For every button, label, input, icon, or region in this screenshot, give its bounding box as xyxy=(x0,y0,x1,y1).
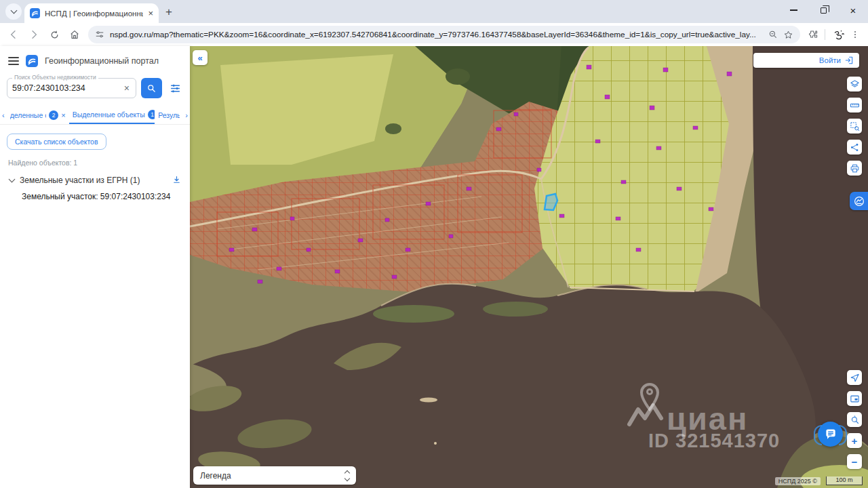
legend-dropdown[interactable]: Легенда xyxy=(193,466,356,485)
share-icon xyxy=(850,142,860,152)
search-filter-button[interactable] xyxy=(167,80,183,96)
home-button[interactable] xyxy=(65,25,84,44)
download-list-button[interactable]: Скачать список объектов xyxy=(7,134,106,150)
sidebar-panel: Геоинформационный портал Поиск Объекты н… xyxy=(0,46,190,488)
print-icon xyxy=(850,163,860,174)
zoom-page-icon[interactable] xyxy=(768,30,778,39)
scale-bar: 100 m xyxy=(826,476,863,485)
tab-label: деленные слои xyxy=(10,111,47,119)
login-button[interactable]: Войти xyxy=(753,53,859,68)
search-refresh-icon xyxy=(850,415,860,425)
tab-results[interactable]: Результ xyxy=(155,106,183,124)
tabs-scroll-right[interactable]: › xyxy=(183,111,190,119)
locate-me-button[interactable] xyxy=(847,370,862,385)
zoom-extent-button[interactable] xyxy=(847,412,862,427)
reload-button[interactable] xyxy=(45,25,64,44)
scale-band: НСПД 2025 © 100 m xyxy=(775,476,863,485)
address-bar[interactable]: nspd.gov.ru/map?thematic=PKK&zoom=16&coo… xyxy=(88,26,800,43)
select-area-tool-button[interactable] xyxy=(847,119,862,134)
measure-tool-button[interactable] xyxy=(847,98,862,113)
zoom-out-button[interactable]: − xyxy=(847,454,862,469)
restore-button[interactable] xyxy=(808,0,838,20)
found-count-text: Найдено объектов: 1 xyxy=(8,159,182,167)
layer-group-row[interactable]: Земельные участки из ЕГРН (1) xyxy=(9,175,182,185)
map-attribution: НСПД 2025 © xyxy=(775,477,821,485)
back-button[interactable] xyxy=(4,25,23,44)
navigation-arrow-icon xyxy=(850,373,860,383)
selected-parcel[interactable] xyxy=(545,194,557,210)
parcel-list-item[interactable]: Земельный участок: 59:07:2430103:234 xyxy=(22,192,182,201)
filter-sliders-icon xyxy=(170,83,181,94)
url-text[interactable]: nspd.gov.ru/map?thematic=PKK&zoom=16&coo… xyxy=(110,30,763,39)
tab-close-icon[interactable]: × xyxy=(61,111,65,119)
tab-selected-layers[interactable]: деленные слои 2 × xyxy=(7,106,69,124)
browser-tab[interactable]: НСПД | Геоинформационный × xyxy=(24,3,159,23)
browser-tab-strip: НСПД | Геоинформационный × + × xyxy=(0,0,868,23)
roads xyxy=(190,47,694,291)
portal-title: Геоинформационный портал xyxy=(45,56,159,66)
minus-icon: − xyxy=(852,457,858,467)
map-canvas[interactable]: циан ID 321541370 « Войти + − Легенда НС… xyxy=(190,46,868,488)
search-button[interactable] xyxy=(141,78,162,98)
menu-kebab-icon[interactable] xyxy=(850,30,860,39)
ruler-icon xyxy=(850,100,860,110)
extensions-icon[interactable] xyxy=(808,29,819,40)
zoom-in-button[interactable]: + xyxy=(847,433,862,448)
map-overlay-svg xyxy=(190,46,868,488)
tabs-scroll-left[interactable]: ‹ xyxy=(0,111,7,119)
toolbar-divider xyxy=(825,29,825,40)
sandbar-dot xyxy=(434,442,437,445)
tab-close-icon[interactable]: × xyxy=(148,9,153,18)
expand-collapse-icon[interactable] xyxy=(345,471,349,481)
search-icon xyxy=(146,83,157,94)
site-settings-icon[interactable] xyxy=(95,30,104,39)
forward-button[interactable] xyxy=(24,25,43,44)
share-tool-button[interactable] xyxy=(847,140,862,155)
login-icon xyxy=(844,56,854,65)
profile-avatar[interactable] xyxy=(831,28,845,42)
search-input-label: Поиск Объекты недвижимости xyxy=(12,74,98,81)
minimize-button[interactable] xyxy=(778,0,808,20)
close-button[interactable]: × xyxy=(838,0,868,20)
new-tab-button[interactable]: + xyxy=(165,5,172,19)
nspd-favicon xyxy=(30,8,40,18)
village-blocks xyxy=(217,110,551,256)
window-controls: × xyxy=(778,0,868,20)
select-area-icon xyxy=(850,121,860,131)
search-input[interactable]: Поиск Объекты недвижимости 59:07:2430103… xyxy=(7,78,136,98)
tab-badge: 2 xyxy=(49,110,58,120)
basemap-switch-button[interactable] xyxy=(850,192,868,210)
tab-label: Выделенные объекты xyxy=(73,110,145,119)
overview-map-icon xyxy=(850,394,860,404)
minimize-icon xyxy=(790,9,797,10)
basemap-icon xyxy=(853,195,865,207)
restore-icon xyxy=(821,7,827,14)
search-input-value[interactable]: 59:07:2430103:234 xyxy=(12,83,123,93)
sidebar-collapse-button[interactable]: « xyxy=(193,50,208,65)
chat-bubble-icon xyxy=(824,428,837,441)
bookmark-star-icon[interactable] xyxy=(783,30,793,40)
hamburger-menu-icon[interactable] xyxy=(8,57,19,65)
layer-group-title: Земельные участки из ЕГРН (1) xyxy=(20,176,166,185)
download-group-icon[interactable] xyxy=(172,175,182,185)
overview-map-button[interactable] xyxy=(847,391,862,406)
chevron-down-icon[interactable] xyxy=(9,176,16,182)
portal-logo-icon xyxy=(26,55,38,67)
legend-label: Легенда xyxy=(200,471,345,481)
highlighted-parcels xyxy=(229,65,732,283)
tab-title: НСПД | Геоинформационный xyxy=(45,9,143,18)
layers-tool-button[interactable] xyxy=(847,77,862,92)
login-label: Войти xyxy=(819,56,841,64)
tab-selected-objects[interactable]: Выделенные объекты 1 × xyxy=(69,106,155,124)
sidebar-tab-bar: ‹ деленные слои 2 × Выделенные объекты 1… xyxy=(0,106,190,125)
layers-icon xyxy=(850,79,860,89)
chat-support-button[interactable] xyxy=(818,422,843,447)
toolbar-right xyxy=(804,28,864,42)
tab-label: Результ xyxy=(158,111,180,119)
tab-badge: 1 xyxy=(148,110,155,119)
clear-search-icon[interactable]: × xyxy=(123,83,131,94)
browser-toolbar: nspd.gov.ru/map?thematic=PKK&zoom=16&coo… xyxy=(0,23,868,46)
print-tool-button[interactable] xyxy=(847,161,862,176)
tab-search-button[interactable] xyxy=(5,3,22,20)
sandbar xyxy=(420,398,437,403)
